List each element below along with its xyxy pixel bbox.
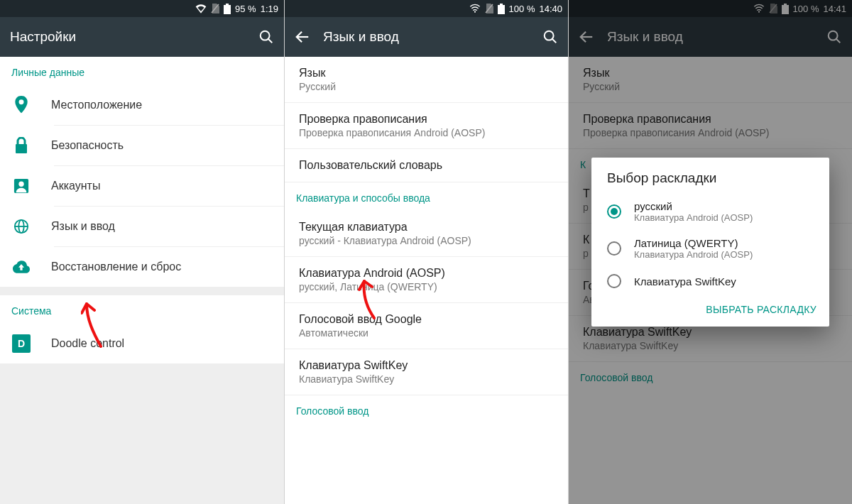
dialog-option[interactable]: русскийКлавиатура Android (AOSP): [591, 193, 829, 230]
radio-icon[interactable]: [607, 274, 621, 288]
svg-rect-22: [782, 5, 789, 14]
item-language[interactable]: Язык Русский: [285, 57, 568, 103]
section-system: Система: [0, 295, 284, 324]
svg-rect-15: [498, 5, 505, 14]
location-pin-icon: [11, 96, 31, 114]
search-icon[interactable]: [258, 29, 274, 45]
svg-rect-14: [500, 4, 503, 5]
item-security[interactable]: Безопасность: [0, 126, 284, 165]
item-aosp-keyboard[interactable]: Клавиатура Android (AOSP) русский, Латин…: [285, 257, 568, 303]
item-label: Язык и ввод: [51, 220, 115, 233]
svg-line-18: [552, 39, 557, 43]
item-label: Doodle control: [51, 337, 124, 350]
wifi-icon: [469, 4, 481, 13]
section-keyboard: Клавиатура и способы ввода: [285, 182, 568, 211]
battery-icon: [782, 4, 789, 14]
svg-rect-1: [226, 4, 229, 5]
status-bar: 95 % 1:19: [0, 0, 284, 17]
radio-icon[interactable]: [607, 204, 621, 219]
battery-icon: [498, 4, 505, 14]
dialog-title: Выбор раскладки: [591, 158, 829, 193]
lock-icon: [11, 137, 31, 154]
item-current-keyboard[interactable]: Текущая клавиатура русский - Клавиатура …: [285, 211, 568, 257]
section-voice: Голосовой ввод: [569, 362, 852, 390]
app-bar: Настройки: [0, 17, 284, 57]
item-backup-reset[interactable]: Восстановление и сброс: [0, 247, 284, 287]
wifi-icon: [195, 4, 207, 13]
item-google-voice[interactable]: Голосовой ввод Google Автоматически: [285, 303, 568, 349]
clock-text: 1:19: [261, 4, 278, 14]
item-label: Восстановление и сброс: [51, 261, 181, 273]
svg-line-4: [268, 39, 273, 43]
clock-text: 14:41: [823, 4, 846, 14]
item-location[interactable]: Местоположение: [0, 85, 284, 125]
svg-rect-21: [784, 4, 787, 5]
status-bar: 100 % 14:40: [285, 0, 568, 17]
item-spellcheck: Проверка правописания Проверка правописа…: [569, 103, 852, 149]
dialog-layout-picker: Выбор раскладки русскийКлавиатура Androi…: [591, 158, 829, 327]
sim-icon: [769, 4, 777, 13]
svg-point-17: [545, 31, 554, 40]
item-language-input[interactable]: Язык и ввод: [0, 207, 284, 246]
wifi-icon: [753, 4, 765, 13]
app-bar: Язык и ввод: [285, 17, 568, 57]
search-icon[interactable]: [826, 29, 842, 45]
item-user-dictionary[interactable]: Пользовательский словарь: [285, 149, 568, 182]
svg-point-3: [261, 31, 270, 40]
clock-text: 14:40: [539, 4, 562, 14]
battery-icon: [224, 4, 231, 14]
pane-layout-dialog: 100 % 14:41 Язык и ввод Язык Русский Про…: [568, 0, 852, 504]
back-icon[interactable]: [295, 29, 310, 45]
section-personal: Личные данные: [0, 57, 284, 85]
status-bar: 100 % 14:41: [569, 0, 852, 17]
svg-rect-6: [16, 144, 27, 153]
svg-rect-2: [224, 5, 231, 14]
svg-line-25: [836, 39, 841, 43]
dialog-action-button[interactable]: ВЫБРАТЬ РАСКЛАДКУ: [591, 295, 829, 321]
settings-list: Личные данные Местоположение Безопасност…: [0, 57, 284, 504]
dialog-option[interactable]: Клавиатура SwiftKey: [591, 267, 829, 295]
item-accounts[interactable]: Аккаунты: [0, 166, 284, 206]
battery-text: 100 %: [793, 4, 819, 14]
search-icon[interactable]: [542, 29, 558, 45]
sim-icon: [485, 4, 493, 13]
item-swiftkey[interactable]: Клавиатура SwiftKey Клавиатура SwiftKey: [285, 349, 568, 395]
back-icon[interactable]: [579, 29, 594, 45]
page-title: Язык и ввод: [607, 29, 814, 45]
pane-language-input: 100 % 14:40 Язык и ввод Язык Русский Про…: [284, 0, 568, 504]
page-title: Язык и ввод: [323, 29, 530, 45]
account-icon: [11, 178, 31, 194]
sim-icon: [211, 4, 219, 13]
item-spellcheck[interactable]: Проверка правописания Проверка правописа…: [285, 103, 568, 149]
item-language: Язык Русский: [569, 57, 852, 103]
page-title: Настройки: [10, 29, 246, 45]
svg-point-24: [829, 31, 838, 40]
svg-point-5: [19, 99, 24, 104]
item-label: Местоположение: [51, 99, 142, 111]
dialog-option[interactable]: Латиница (QWERTY)Клавиатура Android (AOS…: [591, 230, 829, 267]
item-label: Безопасность: [51, 139, 124, 152]
doodle-icon: D: [11, 334, 31, 353]
radio-icon[interactable]: [607, 241, 621, 256]
battery-text: 100 %: [509, 4, 535, 14]
pane-settings: 95 % 1:19 Настройки Личные данные Местоп…: [0, 0, 284, 504]
svg-point-19: [758, 11, 760, 13]
svg-point-12: [474, 11, 476, 13]
app-bar: Язык и ввод: [569, 17, 852, 57]
backup-icon: [11, 261, 31, 273]
language-settings-list: Язык Русский Проверка правописания Прове…: [285, 57, 568, 504]
section-voice: Голосовой ввод: [285, 395, 568, 424]
item-label: Аккаунты: [51, 180, 100, 192]
battery-text: 95 %: [235, 4, 256, 14]
item-doodle-control[interactable]: D Doodle control: [0, 324, 284, 363]
globe-icon: [11, 219, 31, 234]
svg-point-8: [18, 182, 23, 187]
